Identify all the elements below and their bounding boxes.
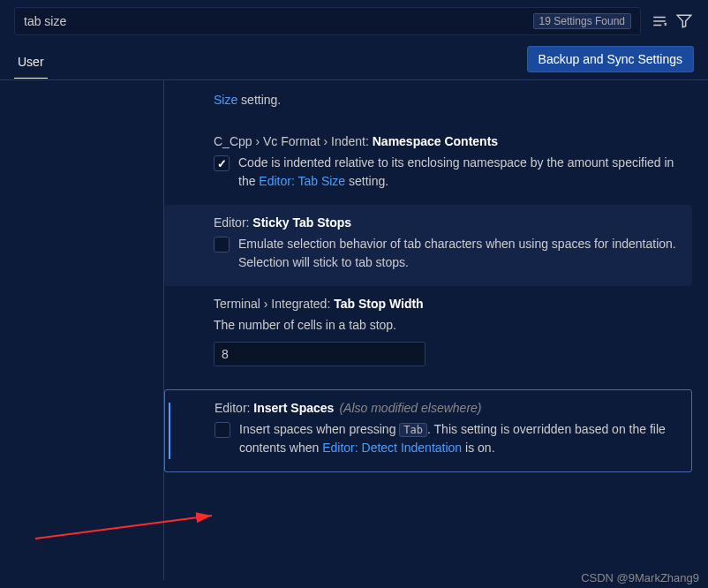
- setting-partial: Size setting.: [164, 91, 692, 124]
- backup-sync-button[interactable]: Backup and Sync Settings: [527, 46, 694, 72]
- watermark: CSDN @9MarkZhang9: [581, 571, 699, 584]
- checkbox-insert-spaces[interactable]: [215, 422, 230, 438]
- modified-indicator: [169, 403, 170, 459]
- results-count-badge: 19 Settings Found: [533, 13, 631, 29]
- link-detect-indentation[interactable]: Editor: Detect Indentation: [322, 441, 462, 455]
- filter-icon[interactable]: [674, 11, 694, 31]
- link-size[interactable]: Size: [214, 93, 237, 107]
- checkbox-sticky-tab-stops[interactable]: [214, 237, 230, 253]
- setting-namespace-contents: C_Cpp › Vc Format › Indent: Namespace Co…: [164, 124, 692, 205]
- link-editor-tab-size[interactable]: Editor: Tab Size: [259, 174, 345, 188]
- setting-insert-spaces: Editor: Insert Spaces(Also modified else…: [164, 389, 692, 472]
- setting-sticky-tab-stops: Editor: Sticky Tab Stops Emulate selecti…: [164, 205, 692, 286]
- clear-filters-icon[interactable]: [650, 11, 669, 31]
- kbd-tab: Tab: [399, 423, 427, 437]
- settings-list: Size setting. C_Cpp › Vc Format › Indent…: [163, 80, 708, 580]
- checkbox-namespace-contents[interactable]: [214, 155, 230, 171]
- search-box[interactable]: tab size 19 Settings Found: [14, 7, 641, 35]
- setting-tab-stop-width: Terminal › Integrated: Tab Stop Width Th…: [164, 286, 692, 381]
- tab-user[interactable]: User: [14, 48, 48, 79]
- search-input[interactable]: tab size: [24, 14, 533, 28]
- input-tab-stop-width[interactable]: [214, 342, 426, 366]
